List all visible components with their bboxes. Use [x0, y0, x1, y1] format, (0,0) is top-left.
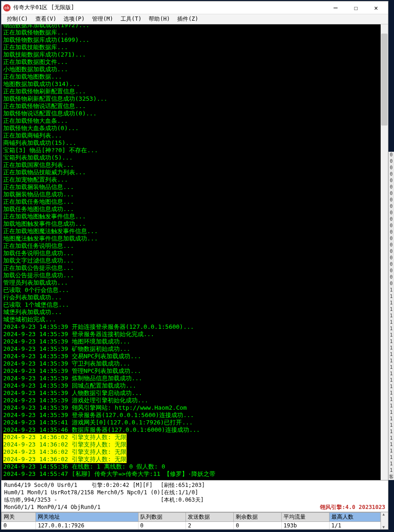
- console-area: 物品数据库加载成功(1972)...正在加载怪物数据库...加载怪物数据库成功(…: [1, 24, 388, 480]
- log-line: 地图数据加载成功(314)...: [3, 80, 379, 88]
- log-line: 小地图数据加载成功...: [3, 66, 379, 73]
- log-line: 2024-9-23 14:36:02 引擎支持人数: 无限: [3, 434, 127, 441]
- status-hum: Hum0/1 Mon0/1 UsrRot78/2158 Merch0/5 Npc…: [4, 489, 161, 496]
- status-online: [在线:1/1/0]: [161, 489, 385, 496]
- log-line: 2024-9-23 14:35:39 人物数据引擎启动成功...: [3, 389, 379, 397]
- log-line: 正在加载怪物数据库...: [3, 29, 379, 36]
- scroll-thumb[interactable]: [381, 34, 388, 126]
- log-line: 2024-9-23 14:35:39 登录服务器连接初始化完成...: [3, 331, 379, 338]
- menu-view[interactable]: 查看(V): [32, 14, 60, 24]
- log-line: 加载捆装物品信息成功...: [3, 191, 379, 198]
- status-panel: Run64/19 Soc0/0 Usr0/1 引擎:0:20:42 [M][F]…: [1, 480, 388, 512]
- menubar: 控制(C) 查看(V) 选项(P) 管理(M) 工具(T) 帮助(H) 插件(Z…: [1, 14, 388, 24]
- log-line: 正在加载怪物刷新配置信息...: [3, 88, 379, 95]
- log-line: 商铺列表加载成功(15)...: [3, 139, 379, 147]
- window-controls: ─ ☐ ✕: [325, 2, 386, 14]
- col-header[interactable]: 发送数据: [186, 513, 234, 522]
- side-number-strip: 0 0 0 0 0 0 0 0 0 0 0 0 0 0 0 0 0 0 0 0 …: [388, 152, 394, 480]
- log-line: 加载任务说明信息成功...: [3, 250, 379, 257]
- log-line: 已读取 1个城堡信息...: [3, 301, 379, 309]
- menu-tools[interactable]: 工具(T): [117, 14, 145, 24]
- log-line: 2024-9-23 14:35:39 交易NPC列表加载成功...: [3, 353, 379, 360]
- log-line: 城堡城初始完成...: [3, 316, 379, 323]
- col-header[interactable]: 队列数据: [138, 513, 186, 522]
- table-cell: 0: [234, 522, 282, 530]
- log-line: 2024-9-23 14:35:46 数据库服务器(127.0.0.1:6000…: [3, 426, 379, 434]
- log-line: 城堡列表加载成功...: [3, 309, 379, 316]
- table-cell: 127.0.0.1:7926: [36, 522, 138, 530]
- status-host: [本机:0.063天]: [161, 496, 385, 503]
- log-line: 2024-9-23 14:55:36 在线数: 1 离线数: 0 假人数: 0: [3, 463, 379, 470]
- col-header[interactable]: 网关地址: [36, 513, 138, 522]
- log-line: 正在加载公告提示信息...: [3, 264, 379, 272]
- log-line: 正在加载物品技能威力列表...: [3, 169, 379, 176]
- log-line: 加载怪物说话配置信息成功(0)...: [3, 110, 379, 117]
- menu-options[interactable]: 选项(P): [60, 14, 88, 24]
- table-scrollbar[interactable]: [381, 512, 388, 529]
- table-row[interactable]: 0127.0.0.1:7926020193b1/1: [2, 522, 381, 530]
- close-button[interactable]: ✕: [366, 2, 386, 14]
- log-line: 加载地图触发事件信息成功...: [3, 220, 379, 228]
- log-line: 2024-9-23 14:35:39 矿物数据初始成功...: [3, 345, 379, 353]
- menu-manage[interactable]: 管理(M): [88, 14, 117, 24]
- menu-plugins[interactable]: 插件(Z): [174, 14, 202, 24]
- log-line: 2024-9-23 14:35:41 游戏网关[0](127.0.0.1:792…: [3, 419, 379, 426]
- table-cell: 193b: [281, 522, 329, 530]
- maximize-button[interactable]: ☐: [346, 2, 366, 14]
- log-line: 正在加载捆装物品信息...: [3, 183, 379, 191]
- log-line: 2024-9-23 14:35:39 回城点配置加载成功...: [3, 382, 379, 389]
- window-title: 传奇大学01区 [无限版]: [13, 4, 325, 11]
- log-line: 正在加载地图数据...: [3, 73, 379, 80]
- log-line: 宝箱[3] 物品[神??0] 不存在...: [3, 147, 379, 154]
- log-line: 正在加载地图触发事件信息...: [3, 213, 379, 220]
- log-line: 正在加载怪物说话配置信息...: [3, 103, 379, 110]
- log-line: 加载任务地图信息成功...: [3, 206, 379, 213]
- log-line: 物品数据库加载成功(1972)...: [3, 24, 379, 29]
- log-line: 2024-9-23 14:35:39 炼制物品信息加载成功...: [3, 375, 379, 382]
- log-line: 地图魔法触发事件信息加载成功...: [3, 235, 379, 242]
- log-line: 加载怪物数据库成功(1699)...: [3, 36, 379, 44]
- titlebar[interactable]: ok 传奇大学01区 [无限版] ─ ☐ ✕: [1, 1, 388, 14]
- log-line: 宝箱列表加载成功(5)...: [3, 154, 379, 161]
- table-cell: 1/1: [329, 522, 380, 530]
- log-line: 正在加载国家信息列表...: [3, 161, 379, 169]
- app-icon: ok: [3, 4, 11, 11]
- log-line: 2024-9-23 14:35:39 守卫列表加载成功...: [3, 360, 379, 367]
- log-line: 2024-9-23 14:35:39 登录服务器(127.0.0.1:5600)…: [3, 412, 379, 419]
- log-line: 管理员列表加载成功...: [3, 279, 379, 286]
- log-line: 2024-9-23 14:35:39 管理NPC列表加载成功...: [3, 367, 379, 375]
- status-trainer: 练功师,994/3253 -: [4, 496, 161, 503]
- log-line: 加载技能数据库成功(271)...: [3, 51, 379, 58]
- log-line: 加载公告提示信息成功...: [3, 272, 379, 279]
- log-console[interactable]: 物品数据库加载成功(1972)...正在加载怪物数据库...加载怪物数据库成功(…: [1, 24, 381, 480]
- log-line: 2024-9-23 14:35:39 开始连接登录服务器(127.0.0.1:5…: [3, 323, 379, 331]
- status-mong: MonG0/1/1 MonP0/1/4 ObjRun0/1: [4, 503, 101, 511]
- log-line: 加载怪物大血条成功(0)...: [3, 125, 379, 132]
- table-cell: 0: [2, 522, 36, 530]
- menu-help[interactable]: 帮助(H): [145, 14, 174, 24]
- status-spawn: [刷怪:651;203]: [161, 481, 385, 489]
- log-line: 正在加载地图魔法触发事件信息...: [3, 228, 379, 235]
- status-engine-time: 引擎:0:20:42 [M][F]: [92, 481, 161, 489]
- menu-control[interactable]: 控制(C): [3, 14, 32, 24]
- log-line: 2024-9-23 14:36:02 引擎支持人数: 无限: [3, 456, 127, 463]
- gateway-table[interactable]: 网关网关地址队列数据发送数据剩余数据平均流量最高人数 0127.0.0.1:79…: [1, 512, 381, 529]
- table-header-row: 网关网关地址队列数据发送数据剩余数据平均流量最高人数: [2, 513, 381, 522]
- col-header[interactable]: 剩余数据: [234, 513, 282, 522]
- log-line: 2024-9-23 14:35:39 游戏处理引擎初始化成功...: [3, 397, 379, 404]
- log-line: 行会列表加载成功...: [3, 294, 379, 301]
- engine-version: 翎风引擎:4.0 20231023: [320, 503, 385, 511]
- gateway-table-wrap: 网关网关地址队列数据发送数据剩余数据平均流量最高人数 0127.0.0.1:79…: [1, 512, 388, 529]
- log-line: 2024-9-23 14:36:02 引擎支持人数: 无限: [3, 448, 127, 456]
- log-line: 正在加载任务说明信息...: [3, 242, 379, 250]
- col-header[interactable]: 最高人数: [329, 513, 380, 522]
- log-line: 2024-9-23 14:35:39 地图环境加载成功...: [3, 338, 379, 345]
- col-header[interactable]: 平均流量: [281, 513, 329, 522]
- status-run: Run64/19 Soc0/0 Usr0/1: [4, 481, 92, 489]
- log-line: 已读取 0个行会信息...: [3, 286, 379, 294]
- table-cell: 0: [138, 522, 186, 530]
- col-header[interactable]: 网关: [2, 513, 36, 522]
- console-scrollbar[interactable]: [381, 24, 388, 480]
- log-line: 加载文字过滤信息成功...: [3, 257, 379, 264]
- minimize-button[interactable]: ─: [325, 2, 346, 14]
